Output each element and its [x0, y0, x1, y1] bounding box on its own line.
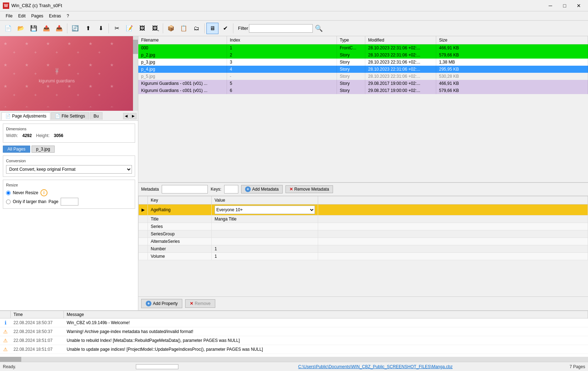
clipboard-button[interactable]: 📋 — [178, 23, 190, 34]
conversion-select[interactable]: Dont Convert, keep original Format Conve… — [6, 165, 132, 174]
file-cell-size-2: 1,38 MB — [436, 59, 588, 66]
resize-value-input[interactable]: 0 — [61, 198, 78, 206]
meta-row-0[interactable]: ▶ AgeRating Everyone 10+ Everyone Teen M… — [139, 204, 588, 215]
right-panel: Filename Index Type Modified Size 000 1 … — [138, 36, 588, 310]
menu-edit[interactable]: Edit — [15, 13, 28, 19]
info-icon[interactable]: i — [40, 189, 48, 196]
check-button[interactable]: ✔ — [219, 23, 231, 34]
log-h-scroll-thumb[interactable] — [0, 357, 21, 362]
meta-extra-1 — [318, 215, 588, 223]
menu-bar: File Edit Pages Extras ? — [0, 11, 588, 21]
tabs-bar: 📄 Page Adjustments 📄 File Settings Bu ◀ … — [0, 111, 138, 121]
current-page-button[interactable]: p_3.jpg — [32, 146, 55, 153]
overlay-button[interactable]: 🗂 — [190, 23, 203, 34]
tab-next-button[interactable]: ▶ — [130, 113, 137, 119]
log-msg-0: Win_CBZ v0.19.149b - Welcome! — [64, 320, 588, 326]
move-up-button[interactable]: ⬆ — [82, 23, 94, 34]
save-button[interactable]: 💾 — [28, 23, 40, 34]
metadata-file-input[interactable]: ComicInfo.xml — [162, 185, 208, 193]
maximize-button[interactable]: □ — [558, 1, 571, 10]
remove-metadata-button[interactable]: ✕ Remove Metadata — [285, 185, 333, 193]
only-if-larger-radio[interactable] — [6, 200, 11, 204]
metadata-footer: + Add Property ✕ Remove — [138, 296, 588, 310]
add-property-button[interactable]: + Add Property — [141, 299, 182, 308]
open-button[interactable]: 📂 — [15, 23, 27, 34]
tab-page-adjustments-icon: 📄 — [5, 114, 11, 119]
tab-page-adjustments-label: Page Adjustments — [12, 114, 46, 119]
log-row-2: ⚠ 22.08.2024 18:51:07 Unable to rebuild … — [0, 336, 588, 345]
metadata-table: Key Value ▶ AgeRating Everyone 1 — [138, 196, 588, 260]
file-row-4[interactable]: p_5.jpg - Story 28.10.2023 22:31:06 +02:… — [138, 73, 588, 80]
file-cell-index-3: 4 — [227, 66, 337, 73]
file-row-5[interactable]: Kigurumi Guardians - c001 (v01) ... 5 St… — [138, 80, 588, 87]
menu-file[interactable]: File — [3, 13, 15, 19]
keys-input[interactable]: 0 — [224, 185, 238, 193]
all-pages-button[interactable]: All Pages — [3, 146, 30, 153]
import-button[interactable]: 📥 — [53, 23, 65, 34]
log-msg-1: Warning! Archive page-index metadata has… — [64, 328, 588, 335]
remove-label: Remove — [195, 301, 211, 306]
log-row-1: ⚠ 22.08.2024 18:50:37 Warning! Archive p… — [0, 327, 588, 336]
close-button[interactable]: ✕ — [572, 1, 585, 10]
export-button[interactable]: 📤 — [40, 23, 52, 34]
file-row-1[interactable]: p_2.jpg 2 Story 28.10.2023 22:31:06 +02:… — [138, 51, 588, 59]
meta-arrow-2 — [139, 223, 148, 230]
never-resize-radio[interactable] — [6, 191, 11, 195]
svg-text:kigurumi guardians: kigurumi guardians — [39, 78, 74, 83]
new-button[interactable]: 📄 — [2, 23, 14, 34]
meta-row-6[interactable]: Volume 1 — [139, 253, 588, 260]
meta-row-3[interactable]: SeriesGroup — [139, 230, 588, 238]
package-button[interactable]: 📦 — [165, 23, 177, 34]
age-rating-select[interactable]: Everyone 10+ Everyone Teen Mature 17+ Ad… — [215, 206, 315, 214]
meta-extra-5 — [318, 245, 588, 253]
file-cell-modified-2: 28.10.2023 22:31:06 +02:... — [365, 59, 436, 66]
rotate-button[interactable]: 🔄 — [69, 23, 81, 34]
remove-button[interactable]: ✕ Remove — [185, 299, 215, 308]
menu-extras[interactable]: Extras — [46, 13, 64, 19]
minimize-button[interactable]: ─ — [544, 1, 557, 10]
image-multi-button[interactable]: 🖼+ — [149, 23, 161, 34]
menu-help[interactable]: ? — [64, 13, 72, 19]
filter-input[interactable] — [249, 24, 313, 33]
preview-scrollbar[interactable] — [133, 36, 138, 111]
file-row-3[interactable]: p_4.jpg 4 Story 28.10.2023 22:31:06 +02:… — [138, 66, 588, 73]
move-down-button[interactable]: ⬇ — [95, 23, 107, 34]
file-cell-modified-1: 28.10.2023 22:31:06 +02:... — [365, 51, 436, 59]
meta-value-0[interactable]: Everyone 10+ Everyone Teen Mature 17+ Ad… — [212, 204, 318, 215]
file-row-2[interactable]: p_3.jpg 3 Story 28.10.2023 22:31:06 +02:… — [138, 59, 588, 66]
search-icon[interactable]: 🔍 — [315, 24, 323, 32]
metadata-table-container: Key Value ▶ AgeRating Everyone 1 — [138, 196, 588, 296]
image-import-button[interactable]: 🖼 — [136, 23, 148, 34]
log-time-0: 22.08.2024 18:50:37 — [11, 320, 64, 326]
meta-row-4[interactable]: AlternateSeries — [139, 238, 588, 245]
meta-extra-0 — [318, 204, 588, 215]
filter-label: Filter — [238, 26, 248, 31]
tab-bu-label: Bu — [94, 114, 99, 119]
meta-value-4 — [212, 238, 318, 245]
metadata-panel: Metadata ComicInfo.xml Keys: 0 + Add Met… — [138, 182, 588, 310]
file-rows: 000 1 FrontC... 28.10.2023 22:31:06 +02:… — [138, 44, 588, 94]
file-row-6[interactable]: Kigurumi Guardians - c001 (v01) ... 6 St… — [138, 87, 588, 94]
status-progress-bar — [136, 364, 178, 369]
meta-arrow-6 — [139, 253, 148, 260]
tab-prev-button[interactable]: ◀ — [123, 113, 129, 119]
file-cell-modified-3: 28.10.2023 22:31:06 +02:... — [365, 66, 436, 73]
tab-file-settings[interactable]: 📄 File Settings — [51, 112, 89, 120]
file-row-0[interactable]: 000 1 FrontC... 28.10.2023 22:31:06 +02:… — [138, 44, 588, 51]
preview-scroll-thumb[interactable] — [133, 40, 138, 54]
edit-button[interactable]: 📝 — [123, 23, 135, 34]
cut-button[interactable]: ✂ — [111, 23, 123, 34]
view-active-button[interactable]: 🖥 — [206, 23, 218, 34]
meta-row-5[interactable]: Number 1 — [139, 245, 588, 253]
log-time-1: 22.08.2024 18:50:37 — [11, 328, 64, 335]
menu-pages[interactable]: Pages — [28, 13, 46, 19]
status-path[interactable]: C:\Users\Public\Documents\WIN_CBZ_Public… — [298, 364, 453, 369]
tab-bu[interactable]: Bu — [90, 112, 103, 120]
dimensions-group: Dimensions Width: 4292 Height: 3056 — [3, 124, 135, 143]
add-metadata-button[interactable]: + Add Metadata — [241, 185, 283, 193]
meta-row-1[interactable]: Title Manga Title — [139, 215, 588, 223]
meta-row-2[interactable]: Series — [139, 223, 588, 230]
tab-page-adjustments[interactable]: 📄 Page Adjustments — [1, 112, 50, 120]
log-h-scrollbar[interactable] — [0, 357, 588, 362]
file-list-container: Filename Index Type Modified Size 000 1 … — [138, 36, 588, 182]
